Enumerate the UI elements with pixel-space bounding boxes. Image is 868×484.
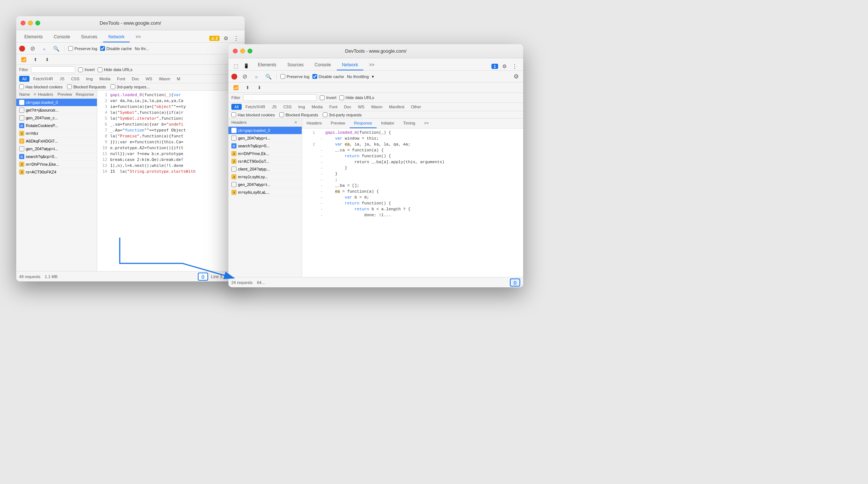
list-item-4-front[interactable]: J rs=ACT90oGsT... <box>228 158 302 165</box>
download-icon-front[interactable]: ⬇ <box>255 83 264 92</box>
type-btn-doc-front[interactable]: Doc <box>341 104 354 110</box>
preserve-log-checkbox-back[interactable] <box>68 46 73 51</box>
tab-elements-front[interactable]: Elements <box>253 60 281 70</box>
blocked-cookies-checkbox-front[interactable] <box>231 112 236 117</box>
list-item-7-back[interactable]: D search?q&cp=0... <box>16 153 97 161</box>
upload-icon-front[interactable]: ⬆ <box>243 83 252 92</box>
filter-input-front[interactable] <box>243 94 317 101</box>
maximize-button-back[interactable] <box>35 21 40 25</box>
settings-button-front[interactable]: ⚙ <box>500 62 508 70</box>
list-item-5-front[interactable]: client_204?atyp... <box>228 165 302 173</box>
list-item-6-back[interactable]: gen_204?atyp=i... <box>16 145 97 153</box>
list-item-0-front[interactable]: J cb=gapi.loaded_0 <box>228 127 302 134</box>
type-btn-doc-back[interactable]: Doc <box>129 76 142 82</box>
search-button-back[interactable]: 🔍 <box>52 44 60 53</box>
blocked-cookies-label-front[interactable]: Has blocked cookies <box>231 112 275 117</box>
wifi-icon-front[interactable]: 📶 <box>231 83 240 92</box>
third-party-label-front[interactable]: 3rd-party requests <box>323 112 362 117</box>
panel-tab-headers[interactable]: Headers <box>302 119 326 128</box>
panel-tab-preview[interactable]: Preview <box>326 119 350 128</box>
invert-label-back[interactable]: Invert <box>78 67 95 72</box>
blocked-requests-checkbox-back[interactable] <box>67 84 72 89</box>
tab-network-front[interactable]: Network <box>337 60 363 70</box>
list-item-1-back[interactable]: get?rt=j&sourcei... <box>16 106 97 114</box>
blocked-cookies-label-back[interactable]: Has blocked cookies <box>19 84 63 89</box>
hide-data-urls-checkbox-back[interactable] <box>98 67 102 72</box>
type-btn-fetch-front[interactable]: Fetch/XHR <box>242 104 268 110</box>
type-btn-wasm-front[interactable]: Wasm <box>368 104 385 110</box>
type-btn-fetch-back[interactable]: Fetch/XHR <box>30 76 56 82</box>
disable-cache-checkbox-back[interactable] <box>100 46 105 51</box>
type-btn-wasm-back[interactable]: Wasm <box>156 76 173 82</box>
record-button-back[interactable] <box>19 46 25 52</box>
minimize-button-back[interactable] <box>28 21 33 25</box>
download-icon-back[interactable]: ⬇ <box>43 55 52 64</box>
type-btn-img-back[interactable]: Img <box>83 76 96 82</box>
blocked-requests-checkbox-front[interactable] <box>279 112 284 117</box>
list-item-4-back[interactable]: J m=hfcr <box>16 130 97 137</box>
type-btn-font-back[interactable]: Font <box>114 76 128 82</box>
list-item-2-front[interactable]: D search?q&cp=0... <box>228 142 302 150</box>
panel-tab-response[interactable]: Response <box>350 119 377 128</box>
search-button-front[interactable]: 🔍 <box>264 72 273 81</box>
third-party-label-back[interactable]: 3rd-party reques... <box>111 84 150 89</box>
invert-checkbox-front[interactable] <box>320 95 325 100</box>
upload-icon-back[interactable]: ⬆ <box>31 55 40 64</box>
type-btn-ws-back[interactable]: WS <box>143 76 155 82</box>
list-item-7-front[interactable]: gen_204?atyp=i... <box>228 181 302 189</box>
type-btn-js-back[interactable]: JS <box>57 76 67 82</box>
inspect-icon-front[interactable]: ⬚ <box>231 62 240 70</box>
tab-more-front[interactable]: >> <box>364 60 379 70</box>
panel-tab-initiator[interactable]: Initiator <box>377 119 399 128</box>
hide-data-urls-checkbox-front[interactable] <box>339 95 344 100</box>
list-item-5-back[interactable]: I A6DkqFxHDGl7... <box>16 137 97 145</box>
tab-more-back[interactable]: >> <box>130 32 146 42</box>
device-icon-front[interactable]: 📱 <box>242 62 251 70</box>
filter-button-back[interactable]: ⬦ <box>40 44 49 53</box>
invert-checkbox-back[interactable] <box>78 67 83 72</box>
list-item-8-front[interactable]: J m=sy6s,sy6t,aL... <box>228 189 302 196</box>
type-btn-img-front[interactable]: Img <box>295 104 308 110</box>
panel-tab-timing[interactable]: Timing <box>399 119 420 128</box>
type-btn-css-back[interactable]: CSS <box>68 76 83 82</box>
tab-elements-back[interactable]: Elements <box>19 32 48 42</box>
tab-sources-front[interactable]: Sources <box>282 60 309 70</box>
type-btn-media-front[interactable]: Media <box>309 104 326 110</box>
hide-data-urls-label-back[interactable]: Hide data URLs <box>98 67 133 72</box>
clear-button-back[interactable]: ⊘ <box>28 44 37 53</box>
invert-label-front[interactable]: Invert <box>320 95 336 100</box>
minimize-button-front[interactable] <box>240 49 245 53</box>
close-button-front[interactable] <box>233 49 238 53</box>
preserve-log-checkbox-front[interactable] <box>280 74 285 79</box>
type-btn-font-front[interactable]: Font <box>326 104 340 110</box>
format-button-front[interactable]: {} <box>510 278 520 287</box>
type-btn-all-back[interactable]: All <box>19 76 29 82</box>
list-item-2-back[interactable]: gen_204?use_c... <box>16 114 97 122</box>
clear-button-front[interactable]: ⊘ <box>240 72 249 81</box>
panel-tab-more-front[interactable]: >> <box>420 119 433 128</box>
more-button-back[interactable]: ⋮ <box>232 34 240 42</box>
tab-sources-back[interactable]: Sources <box>76 32 102 42</box>
type-btn-all-front[interactable]: All <box>231 104 242 110</box>
close-col-front[interactable]: ✕ <box>293 120 299 125</box>
blocked-requests-label-back[interactable]: Blocked Requests <box>67 84 106 89</box>
type-btn-ws-front[interactable]: WS <box>355 104 367 110</box>
network-settings-btn-front[interactable]: ⚙ <box>512 73 520 81</box>
disable-cache-label-back[interactable]: Disable cache <box>100 46 132 51</box>
list-item-8-back[interactable]: J m=DhPYme,Eke... <box>16 161 97 168</box>
record-button-front[interactable] <box>231 74 237 80</box>
wifi-icon-back[interactable]: 📶 <box>19 55 28 64</box>
close-button-back[interactable] <box>21 21 25 25</box>
type-btn-media-back[interactable]: Media <box>97 76 113 82</box>
tab-network-back[interactable]: Network <box>103 32 130 42</box>
blocked-cookies-checkbox-back[interactable] <box>19 84 24 89</box>
disable-cache-label-front[interactable]: Disable cache <box>312 74 344 79</box>
maximize-button-front[interactable] <box>248 49 252 53</box>
type-btn-other-front[interactable]: Other <box>408 104 424 110</box>
warning-badge-back[interactable]: ⚠ 2 <box>209 36 220 41</box>
blocked-requests-label-front[interactable]: Blocked Requests <box>279 112 318 117</box>
type-btn-manifest-front[interactable]: Manifest <box>386 104 407 110</box>
preserve-log-label-back[interactable]: Preserve log <box>68 46 97 51</box>
third-party-checkbox-front[interactable] <box>323 112 328 117</box>
preserve-log-label-front[interactable]: Preserve log <box>280 74 309 79</box>
